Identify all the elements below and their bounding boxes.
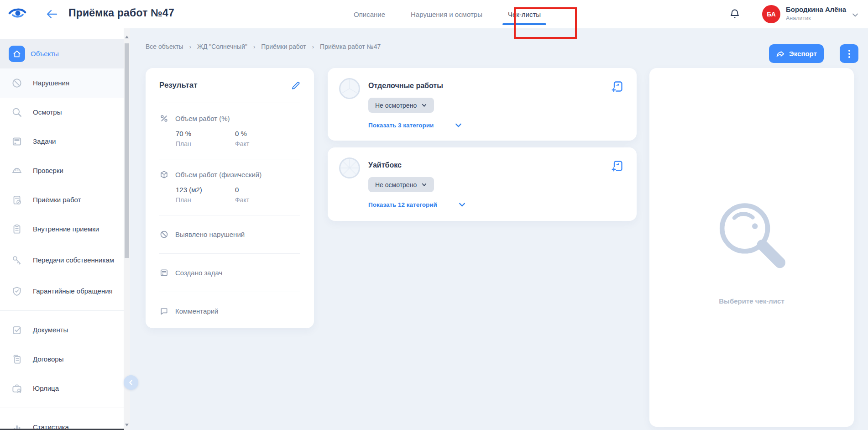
breadcrumb-separator: › — [189, 43, 191, 50]
key-icon — [11, 254, 23, 266]
fact-label: Факт — [235, 139, 294, 148]
sidebar-item-owner-transfers[interactable]: Передачи собственникам — [0, 244, 130, 277]
export-button[interactable]: Экспорт — [769, 44, 824, 63]
clipboard-check-icon — [11, 194, 23, 206]
show-categories-link[interactable]: Показать 3 категории — [368, 122, 434, 129]
share-arrow-icon — [776, 49, 785, 58]
sidebar-scrollbar[interactable] — [124, 28, 130, 430]
fact-value: 0 % — [235, 129, 294, 138]
sidebar-item-warranty-claims[interactable]: Гарантийные обращения — [0, 277, 130, 306]
hard-hat-icon — [11, 165, 23, 177]
no-entry-icon — [11, 77, 23, 89]
shield-check-icon — [11, 285, 23, 297]
app-logo-eye-icon[interactable] — [7, 7, 27, 21]
magnifier-icon — [11, 106, 23, 118]
checklist-title: Отделочные работы — [368, 82, 462, 90]
breadcrumb: Все объекты › ЖД "Солнечный" › Приёмки р… — [146, 43, 381, 50]
result-card: Результат Объем работ (%) 70 % План 0 % — [146, 68, 314, 328]
more-options-kebab-button[interactable] — [840, 44, 858, 63]
user-name: Бородкина Алёна — [786, 5, 846, 14]
plan-label: План — [176, 195, 235, 205]
sidebar-item-work-acceptances[interactable]: Приёмки работ — [0, 185, 130, 215]
task-icon — [11, 136, 23, 147]
sidebar-item-tasks[interactable]: Задачи — [0, 127, 130, 156]
notifications-bell-icon[interactable] — [728, 8, 741, 21]
expand-chevron-down-icon[interactable] — [455, 121, 462, 129]
briefcase-person-icon — [11, 383, 23, 394]
sidebar: Объекты Нарушения Осмотры Задачи — [0, 28, 130, 430]
sidebar-item-documents[interactable]: Документы — [0, 315, 130, 345]
user-menu[interactable]: Бородкина Алёна Аналитик — [786, 5, 846, 22]
plan-value: 123 (м2) — [176, 185, 235, 194]
user-chevron-down-icon[interactable] — [852, 11, 859, 19]
sidebar-collapse-button[interactable] — [124, 375, 138, 390]
checklist-avatar-placeholder — [339, 157, 361, 209]
result-section-tasks: Создано задач — [159, 254, 300, 292]
sidebar-item-legal-entities[interactable]: Юрлица — [0, 374, 130, 403]
home-icon — [9, 46, 25, 62]
plan-value: 70 % — [176, 129, 235, 138]
show-categories-link[interactable]: Показать 12 категорий — [368, 201, 437, 208]
user-avatar[interactable]: БА — [762, 5, 780, 23]
sidebar-item-checks[interactable]: Проверки — [0, 156, 130, 185]
result-section-violations: Выявлено нарушений — [159, 215, 300, 253]
result-section-volume-physical: Объем работ (физический) 123 (м2) План 0… — [159, 159, 300, 215]
empty-state-text: Выберите чек-лист — [719, 297, 784, 305]
header: Приёмка работ №47 Описание Нарушения и о… — [0, 0, 868, 28]
breadcrumb-separator: › — [253, 43, 255, 50]
task-icon — [159, 268, 169, 278]
checkbox-icon — [11, 324, 23, 336]
sidebar-divider — [0, 310, 130, 311]
sidebar-item-violations[interactable]: Нарушения — [0, 68, 130, 98]
app-root: Приёмка работ №47 Описание Нарушения и о… — [0, 0, 868, 430]
plan-label: План — [176, 139, 235, 148]
expand-chevron-down-icon[interactable] — [458, 201, 466, 209]
checklist-card-whitebox[interactable]: Уайтбокс Не осмотрено Показать 12 катего… — [328, 147, 637, 221]
result-section-volume-percent: Объем работ (%) 70 % План 0 % Факт — [159, 103, 300, 159]
status-dropdown[interactable]: Не осмотрено — [368, 177, 434, 192]
status-dropdown[interactable]: Не осмотрено — [368, 98, 434, 113]
sidebar-item-objects[interactable]: Объекты — [0, 39, 130, 68]
sidebar-item-statistics[interactable]: Статистика — [0, 413, 130, 430]
checklist-detail-panel: Выберите чек-лист — [649, 68, 854, 427]
fact-value: 0 — [235, 185, 294, 194]
no-entry-icon — [159, 230, 169, 239]
percent-icon — [159, 114, 169, 123]
tab-description[interactable]: Описание — [354, 10, 385, 18]
breadcrumb-acceptances[interactable]: Приёмки работ — [261, 43, 306, 50]
tab-bar: Описание Нарушения и осмотры Чек-листы — [354, 0, 541, 28]
cube-icon — [159, 170, 169, 179]
checklist-avatar-placeholder — [339, 78, 361, 129]
clipboard-lines-icon — [11, 223, 23, 235]
scroll-down-arrow-icon[interactable] — [125, 424, 129, 426]
sidebar-item-contracts[interactable]: Договоры — [0, 345, 130, 374]
result-section-comment: Комментарий — [159, 292, 300, 330]
add-to-checklist-icon[interactable] — [610, 159, 624, 173]
tab-checklists[interactable]: Чек-листы — [508, 10, 541, 18]
edit-pencil-icon[interactable] — [291, 81, 300, 90]
chevron-down-icon — [421, 182, 427, 188]
sidebar-divider — [0, 408, 130, 408]
user-role: Аналитик — [786, 15, 846, 22]
checklist-title: Уайтбокс — [368, 161, 466, 169]
breadcrumb-all-objects[interactable]: Все объекты — [146, 43, 183, 50]
breadcrumb-separator: › — [312, 43, 314, 50]
back-button[interactable] — [45, 8, 58, 21]
fact-label: Факт — [235, 195, 294, 205]
page-title: Приёмка работ №47 — [68, 7, 174, 19]
magnifier-illustration-icon — [713, 199, 790, 276]
comment-icon — [159, 306, 169, 316]
scroll-up-arrow-icon[interactable] — [125, 36, 129, 38]
tab-violations-inspections[interactable]: Нарушения и осмотры — [411, 10, 482, 18]
breadcrumb-object[interactable]: ЖД "Солнечный" — [197, 43, 247, 50]
sidebar-item-inspections[interactable]: Осмотры — [0, 98, 130, 127]
result-card-title: Результат — [159, 81, 198, 90]
scrollbar-thumb[interactable] — [125, 43, 129, 258]
contract-icon — [11, 353, 23, 365]
breadcrumb-current[interactable]: Приёмка работ №47 — [320, 43, 381, 50]
add-to-checklist-icon[interactable] — [610, 80, 624, 94]
checklist-card-finishing-works[interactable]: Отделочные работы Не осмотрено Показать … — [328, 68, 637, 141]
sidebar-item-internal-acceptances[interactable]: Внутренние приемки — [0, 215, 130, 244]
chevron-down-icon — [421, 102, 427, 108]
